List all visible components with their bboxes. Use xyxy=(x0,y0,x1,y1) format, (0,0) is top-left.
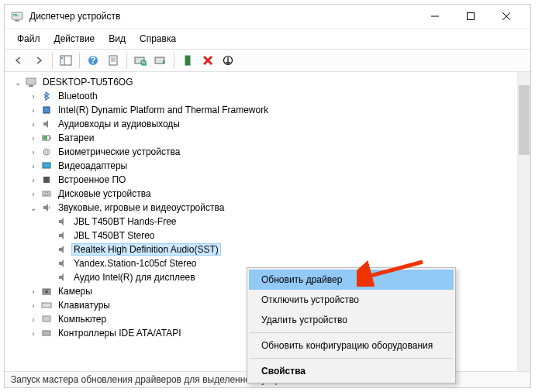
tree-device-jbl-stereo[interactable]: JBL T450BT Stereo xyxy=(6,229,516,242)
speaker-icon xyxy=(40,118,53,130)
svg-rect-13 xyxy=(109,56,117,65)
expand-arrow-icon[interactable]: › xyxy=(28,106,39,115)
ctx-scan-hardware[interactable]: Обновить конфигурацию оборудования xyxy=(249,335,454,356)
scrollbar-thumb[interactable] xyxy=(519,85,530,155)
menu-view[interactable]: Вид xyxy=(102,30,132,47)
node-label: Батареи xyxy=(56,132,96,144)
menubar: Файл Действие Вид Справка xyxy=(5,28,530,49)
node-label: Видеоадаптеры xyxy=(56,160,129,172)
context-separator xyxy=(250,332,453,333)
svg-rect-2 xyxy=(13,14,17,15)
vertical-scrollbar[interactable] xyxy=(517,72,530,371)
tree-category-biometric[interactable]: ›Биометрические устройства xyxy=(6,145,516,159)
svg-rect-41 xyxy=(43,331,50,335)
show-hide-tree-button[interactable] xyxy=(57,51,75,70)
svg-point-36 xyxy=(45,192,48,195)
svg-rect-3 xyxy=(13,15,19,16)
computer-icon xyxy=(40,313,53,325)
svg-rect-29 xyxy=(50,137,51,139)
tree-category-batteries[interactable]: ›Батареи xyxy=(6,131,516,145)
bluetooth-icon xyxy=(40,90,53,102)
svg-rect-40 xyxy=(43,316,50,322)
node-label: Аудиовходы и аудиовыходы xyxy=(56,118,182,130)
close-button[interactable] xyxy=(488,5,524,28)
fingerprint-icon xyxy=(40,146,53,158)
camera-icon xyxy=(40,285,53,297)
uninstall-device-button[interactable] xyxy=(199,51,217,70)
tree-device-realtek[interactable]: Realtek High Definition Audio(SST) xyxy=(6,242,516,256)
context-separator xyxy=(250,358,453,359)
node-label: Intel(R) Dynamic Platform and Thermal Fr… xyxy=(56,104,271,116)
expand-arrow-icon[interactable]: › xyxy=(28,162,39,170)
tree-category-bluetooth[interactable]: ›Bluetooth xyxy=(6,89,516,103)
menu-file[interactable]: Файл xyxy=(11,30,47,47)
expand-arrow-icon[interactable]: › xyxy=(28,148,39,156)
tree-category-sound[interactable]: ⌄Звуковые, игровые и видеоустройства xyxy=(6,201,516,215)
app-icon xyxy=(11,10,23,22)
speaker-icon xyxy=(56,243,68,256)
disable-device-button[interactable] xyxy=(219,51,237,70)
maximize-button[interactable] xyxy=(453,5,488,28)
minimize-button[interactable] xyxy=(417,5,453,28)
titlebar: Диспетчер устройств xyxy=(5,5,530,28)
expand-arrow-icon[interactable]: › xyxy=(28,134,39,143)
back-button[interactable] xyxy=(9,51,28,70)
expand-arrow-icon[interactable]: › xyxy=(28,120,39,129)
node-label: Realtek High Definition Audio(SST) xyxy=(71,243,221,256)
node-label: DESKTOP-TU5T6OG xyxy=(40,76,135,88)
svg-point-32 xyxy=(45,150,48,153)
display-adapter-icon xyxy=(40,160,53,172)
tree-category-firmware[interactable]: ›Встроенное ПО xyxy=(6,173,516,187)
expand-arrow-icon[interactable]: › xyxy=(28,329,39,338)
ctx-properties[interactable]: Свойства xyxy=(249,361,454,381)
properties-button[interactable] xyxy=(104,51,123,70)
ctx-update-driver[interactable]: Обновить драйвер xyxy=(249,270,454,290)
expand-arrow-icon[interactable]: › xyxy=(28,315,39,324)
node-label: Bluetooth xyxy=(56,90,100,102)
node-label: JBL T450BT Hands-Free xyxy=(71,215,179,228)
svg-rect-30 xyxy=(43,136,47,139)
forward-button[interactable] xyxy=(29,51,48,70)
node-label: Встроенное ПО xyxy=(56,174,128,186)
collapse-arrow-icon[interactable]: ⌄ xyxy=(12,78,23,87)
node-label: Клавиатуры xyxy=(56,299,112,311)
help-button[interactable]: ? xyxy=(84,51,102,70)
expand-arrow-icon[interactable]: › xyxy=(28,301,39,310)
menu-action[interactable]: Действие xyxy=(48,30,102,47)
node-label: Камеры xyxy=(56,285,95,297)
tree-category-video[interactable]: ›Видеоадаптеры xyxy=(6,159,516,173)
svg-point-38 xyxy=(45,291,48,294)
tree-root[interactable]: ⌄ DESKTOP-TU5T6OG xyxy=(6,75,516,89)
svg-rect-25 xyxy=(26,78,36,84)
menu-help[interactable]: Справка xyxy=(133,30,182,47)
collapse-arrow-icon[interactable]: ⌄ xyxy=(28,204,39,212)
expand-arrow-icon[interactable]: › xyxy=(28,92,39,101)
scan-hardware-button[interactable] xyxy=(131,51,150,70)
node-label: Аудио Intel(R) для дисплеев xyxy=(71,271,198,284)
svg-rect-27 xyxy=(43,107,50,113)
node-label: JBL T450BT Stereo xyxy=(71,229,157,242)
toolbar-separator xyxy=(174,53,174,68)
tree-category-disk[interactable]: ›Дисковые устройства xyxy=(6,187,516,201)
expand-arrow-icon[interactable]: › xyxy=(28,190,39,198)
ctx-disable-device[interactable]: Отключить устройство xyxy=(249,290,454,310)
tree-category-audio-io[interactable]: ›Аудиовходы и аудиовыходы xyxy=(6,117,516,131)
update-driver-button[interactable] xyxy=(151,51,170,70)
speaker-icon xyxy=(56,257,68,270)
svg-rect-1 xyxy=(15,20,19,22)
toolbar-separator xyxy=(79,53,80,68)
enable-device-button[interactable] xyxy=(178,51,197,70)
ctx-uninstall-device[interactable]: Удалить устройство xyxy=(249,310,454,330)
expand-arrow-icon[interactable]: › xyxy=(28,287,39,296)
node-label: Yandex.Station-1c05cf Stereo xyxy=(71,257,199,270)
svg-point-31 xyxy=(43,149,50,155)
context-menu: Обновить драйвер Отключить устройство Уд… xyxy=(247,267,456,383)
window-buttons xyxy=(417,5,524,28)
toolbar-separator xyxy=(52,53,53,68)
tree-category-intel-dptf[interactable]: ›Intel(R) Dynamic Platform and Thermal F… xyxy=(6,103,516,117)
expand-arrow-icon[interactable]: › xyxy=(28,176,39,184)
keyboard-icon xyxy=(40,299,53,311)
node-label: Биометрические устройства xyxy=(56,146,182,158)
node-label: Контроллеры IDE ATA/ATAPI xyxy=(56,327,184,339)
tree-device-jbl-handsfree[interactable]: JBL T450BT Hands-Free xyxy=(6,215,516,229)
